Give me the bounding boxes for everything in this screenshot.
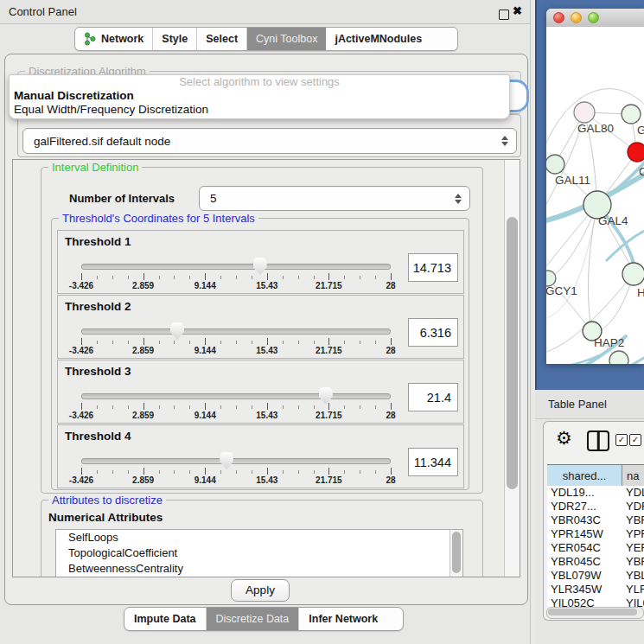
threshold-2-slider[interactable]: -3.4262.8599.14415.4321.71528 xyxy=(81,320,391,356)
column-header-shared-name[interactable]: shared... xyxy=(547,465,622,486)
cell-name[interactable]: YDL1 xyxy=(623,486,644,500)
cell-name[interactable]: YPR1 xyxy=(623,527,644,541)
cell-name[interactable]: YER0 xyxy=(623,541,644,555)
slider-thumb[interactable] xyxy=(319,387,333,405)
cell-name[interactable]: YBL0 xyxy=(623,569,644,583)
threshold-value-field[interactable]: 14.713 xyxy=(408,253,458,282)
column-header-name[interactable]: na xyxy=(622,465,644,486)
slider-thumb[interactable] xyxy=(220,452,233,469)
table-row[interactable]: YBL079WYBL0 xyxy=(547,569,644,583)
table-row[interactable]: YPR145WYPR1 xyxy=(547,527,644,541)
tab-style[interactable]: Style xyxy=(153,28,197,50)
tab-cyni-toolbox[interactable]: Cyni Toolbox xyxy=(247,28,326,50)
table-row[interactable]: YLR345WYLR3 xyxy=(547,583,644,596)
column-view-icon[interactable] xyxy=(587,430,609,451)
network-node[interactable] xyxy=(622,105,641,124)
table-row[interactable]: YDR27...YDR2 xyxy=(547,500,644,513)
threshold-label: Threshold 2 xyxy=(65,300,131,313)
cell-shared-name[interactable]: YLR345W xyxy=(547,583,623,596)
cell-name[interactable]: YIL0 xyxy=(623,596,644,607)
list-item[interactable]: BetweennessCentrality xyxy=(56,561,462,577)
tick-mark xyxy=(174,405,175,409)
table-row[interactable]: YBR045CYBR0 xyxy=(547,555,644,569)
tick-mark xyxy=(267,403,268,410)
network-canvas[interactable]: GAL80GAGAL11CGAL4GCY1HHAP2 xyxy=(546,27,644,364)
checkbox-icon[interactable]: ✓ xyxy=(615,434,628,446)
threshold-1-slider[interactable]: -3.4262.8599.14415.4321.71528 xyxy=(81,255,391,291)
node-label: HAP2 xyxy=(594,336,624,349)
tick-mark xyxy=(112,341,113,344)
tick-mark xyxy=(128,470,129,474)
tick-mark xyxy=(159,341,160,344)
dropdown-option-manual[interactable]: Manual Discretization xyxy=(10,89,509,103)
float-window-icon[interactable] xyxy=(499,10,509,20)
cell-shared-name[interactable]: YBR045C xyxy=(547,555,623,569)
tab-impute-data[interactable]: Impute Data xyxy=(124,608,207,630)
cell-name[interactable]: YBR0 xyxy=(623,513,644,527)
list-item[interactable]: TopologicalCoefficient xyxy=(56,545,462,561)
slider-thumb[interactable] xyxy=(170,322,184,340)
tab-infer-network[interactable]: Infer Network xyxy=(299,608,387,630)
tick-mark xyxy=(328,338,329,345)
table-row[interactable]: YER054CYER0 xyxy=(547,541,644,555)
settings-scrollbar[interactable] xyxy=(504,160,520,577)
node-label: GA xyxy=(637,124,644,137)
threshold-3-panel: Threshold 3 -3.4262.8599.14415.4321.7152… xyxy=(57,360,464,424)
attributes-list[interactable]: SelfLoops TopologicalCoefficient Between… xyxy=(55,529,463,577)
checkbox-icon[interactable]: ✓ xyxy=(629,434,641,446)
tab-network[interactable]: Network xyxy=(75,28,153,50)
number-of-intervals-combobox[interactable]: 5 xyxy=(199,186,470,211)
network-node[interactable] xyxy=(628,143,644,162)
table-row[interactable]: YBR043CYBR0 xyxy=(547,513,644,527)
gear-icon[interactable]: ⚙ xyxy=(556,428,572,449)
tick-label: -3.426 xyxy=(69,281,93,290)
cell-shared-name[interactable]: YBL079W xyxy=(547,569,623,583)
table-row[interactable]: YIL052CYIL0 xyxy=(547,596,644,607)
tab-discretize-data[interactable]: Discretize Data xyxy=(207,608,300,630)
threshold-value-field[interactable]: 21.4 xyxy=(408,383,458,411)
cell-shared-name[interactable]: YER054C xyxy=(547,541,623,555)
tick-mark xyxy=(189,276,190,279)
close-icon[interactable]: ✖ xyxy=(513,4,522,17)
algorithm-dropdown-popup: Select algorithm to view settings Manual… xyxy=(9,74,510,119)
cell-shared-name[interactable]: YDR27... xyxy=(547,500,623,513)
tick-mark xyxy=(205,338,206,345)
cell-shared-name[interactable]: YPR145W xyxy=(547,527,623,541)
cell-name[interactable]: YBR0 xyxy=(623,555,644,569)
tick-mark xyxy=(314,405,315,409)
list-scrollbar[interactable] xyxy=(450,530,462,577)
tick-mark xyxy=(267,273,268,280)
network-node[interactable] xyxy=(574,102,595,123)
threshold-4-slider[interactable]: -3.4262.8599.14415.4321.71528 xyxy=(81,450,391,486)
cell-shared-name[interactable]: YBR043C xyxy=(547,513,623,527)
apply-button[interactable]: Apply xyxy=(231,579,290,602)
tab-select[interactable]: Select xyxy=(197,28,247,50)
tick-mark xyxy=(344,405,345,409)
threshold-value-field[interactable]: 11.344 xyxy=(408,448,458,476)
tick-label: -3.426 xyxy=(69,346,93,355)
cell-name[interactable]: YDR2 xyxy=(623,500,644,513)
table-row[interactable]: YDL19...YDL1 xyxy=(547,486,644,500)
close-traffic-light-icon[interactable] xyxy=(553,12,564,23)
minimize-traffic-light-icon[interactable] xyxy=(571,12,582,23)
network-node[interactable] xyxy=(622,263,644,285)
zoom-traffic-light-icon[interactable] xyxy=(588,12,599,23)
tick-mark xyxy=(128,405,129,409)
cell-shared-name[interactable]: YDL19... xyxy=(547,486,623,500)
network-node[interactable] xyxy=(546,155,564,174)
tick-mark xyxy=(298,470,299,474)
tick-mark xyxy=(375,276,376,279)
cell-name[interactable]: YLR3 xyxy=(623,583,644,596)
table-horizontal-scrollbar[interactable] xyxy=(546,607,644,619)
tab-jactivemnodules[interactable]: jActiveMNodules xyxy=(326,28,430,50)
list-item[interactable]: SelfLoops xyxy=(56,530,462,545)
threshold-value-field[interactable]: 6.316 xyxy=(408,318,458,347)
slider-thumb[interactable] xyxy=(253,258,267,275)
tick-mark xyxy=(252,470,252,474)
tick-mark xyxy=(375,470,376,474)
cell-shared-name[interactable]: YIL052C xyxy=(547,596,623,607)
table-data-combobox[interactable]: galFiltered.sif default node xyxy=(22,128,517,154)
threshold-3-slider[interactable]: -3.4262.8599.14415.4321.71528 xyxy=(81,385,391,421)
dropdown-option-equal-width[interactable]: Equal Width/Frequency Discretization xyxy=(10,103,509,117)
bottom-tab-bar: Impute Data Discretize Data Infer Networ… xyxy=(124,607,404,631)
